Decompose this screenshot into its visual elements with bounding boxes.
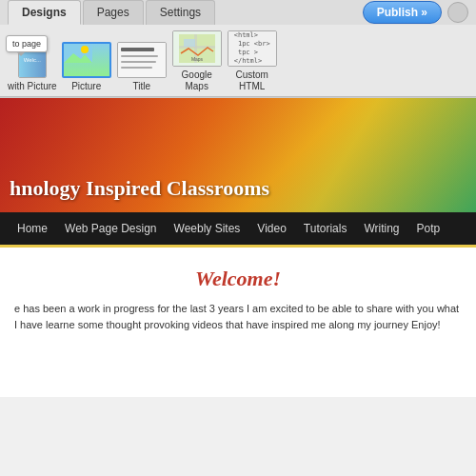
tab-pages[interactable]: Pages bbox=[83, 0, 144, 25]
title-line-4 bbox=[121, 67, 152, 69]
thumb-picture bbox=[62, 42, 111, 78]
toolbar: Designs Pages Settings Publish » Welc...… bbox=[0, 0, 476, 98]
thumb-title bbox=[117, 42, 167, 78]
svg-point-2 bbox=[81, 46, 89, 53]
content-items-row: Welc... to page with Picture Picture bbox=[0, 25, 476, 97]
user-avatar[interactable] bbox=[447, 2, 468, 23]
content-item-custom-html[interactable]: <html> 1pc <br> tpc > </html> Custom HTM… bbox=[227, 30, 278, 92]
tab-designs[interactable]: Designs bbox=[8, 0, 81, 25]
tabs-row: Designs Pages Settings Publish » bbox=[0, 0, 476, 25]
item-label-google-maps: Google Maps bbox=[182, 69, 212, 92]
tabs-right: Publish » bbox=[363, 1, 468, 24]
html-text: <html> 1pc <br> tpc > </html> bbox=[234, 31, 270, 66]
thumb-custom-html: <html> 1pc <br> tpc > </html> bbox=[228, 30, 277, 67]
item-label-paragraph: with Picture bbox=[8, 81, 57, 92]
content-item-paragraph[interactable]: Welc... to page with Picture bbox=[8, 42, 57, 92]
svg-text:Maps: Maps bbox=[191, 56, 204, 62]
main-content: Welcome! e has been a work in progress f… bbox=[0, 245, 476, 397]
hero-title: hnology Inspired Classrooms bbox=[10, 176, 269, 201]
nav-item-potp[interactable]: Potp bbox=[409, 220, 448, 237]
thumb-maps-img: Maps bbox=[173, 31, 221, 66]
item-label-picture: Picture bbox=[71, 81, 101, 92]
picture-icon bbox=[64, 44, 92, 63]
nav-item-writing[interactable]: Writing bbox=[356, 220, 407, 237]
thumb-title-img bbox=[118, 43, 166, 77]
nav-bar: Home Web Page Design Weebly Sites Video … bbox=[0, 212, 476, 245]
nav-item-video[interactable]: Video bbox=[249, 220, 293, 237]
thumb-html-img: <html> 1pc <br> tpc > </html> bbox=[228, 31, 276, 66]
svg-rect-6 bbox=[184, 39, 195, 47]
maps-icon: Maps bbox=[179, 34, 215, 63]
title-line-1 bbox=[121, 48, 154, 51]
nav-item-weeblysites[interactable]: Weebly Sites bbox=[167, 220, 248, 237]
tooltip-paragraph: to page bbox=[6, 35, 48, 52]
content-item-title[interactable]: Title bbox=[116, 42, 168, 92]
welcome-title: Welcome! bbox=[10, 267, 466, 291]
content-item-picture[interactable]: Picture bbox=[61, 42, 112, 92]
welcome-text: e has been a work in progress for the la… bbox=[10, 301, 466, 332]
tab-group: Designs Pages Settings bbox=[8, 0, 215, 25]
item-label-title: Title bbox=[132, 81, 150, 92]
hero-banner: hnology Inspired Classrooms bbox=[0, 98, 476, 212]
title-line-3 bbox=[121, 61, 156, 63]
nav-item-tutorials[interactable]: Tutorials bbox=[296, 220, 355, 237]
item-label-custom-html: Custom HTML bbox=[235, 69, 268, 92]
title-line-2 bbox=[121, 55, 159, 57]
thumb-google-maps: Maps bbox=[172, 30, 222, 67]
publish-button[interactable]: Publish » bbox=[363, 1, 442, 24]
content-item-google-maps[interactable]: Maps Google Maps bbox=[171, 30, 223, 92]
tab-settings[interactable]: Settings bbox=[146, 0, 215, 25]
nav-item-home[interactable]: Home bbox=[10, 220, 55, 237]
thumb-picture-img bbox=[64, 44, 109, 76]
nav-item-webpagedesign[interactable]: Web Page Design bbox=[57, 220, 165, 237]
